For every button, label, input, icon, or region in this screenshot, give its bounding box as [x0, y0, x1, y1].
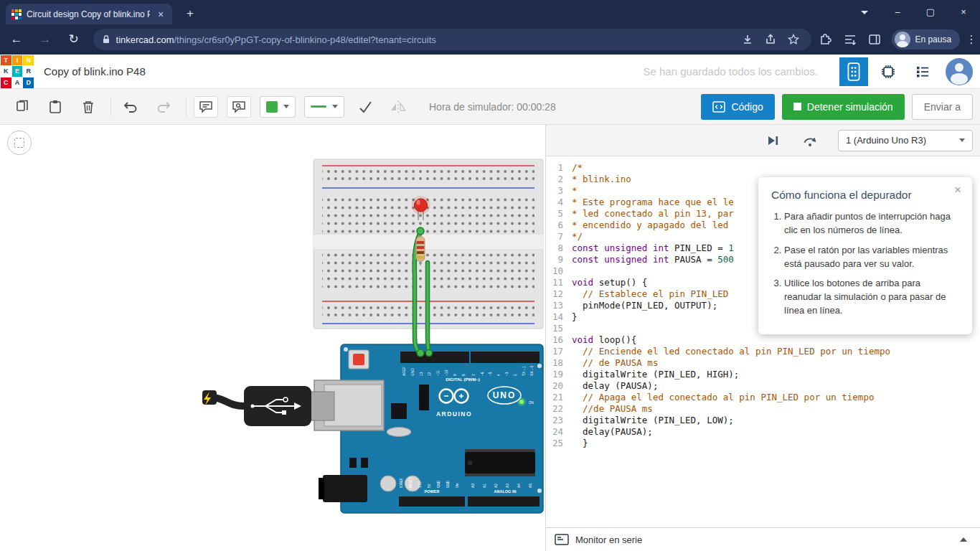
- code-text[interactable]: * Este programa hace que el le: [572, 197, 734, 208]
- code-text[interactable]: // de PAUSA ms: [572, 357, 658, 369]
- usb-cable[interactable]: [202, 386, 334, 426]
- expand-icon[interactable]: [960, 537, 967, 542]
- color-dropdown[interactable]: [260, 96, 296, 118]
- back-button[interactable]: ←: [4, 27, 29, 52]
- components-panel-button[interactable]: [839, 57, 868, 86]
- bookmark-star-icon[interactable]: [784, 30, 803, 49]
- line-number[interactable]: 20: [546, 380, 572, 392]
- line-number[interactable]: 7: [546, 231, 572, 242]
- reload-button[interactable]: ↻: [62, 27, 86, 52]
- notes-icon[interactable]: [194, 96, 218, 118]
- code-text[interactable]: delay(PAUSA);: [572, 426, 653, 438]
- code-text[interactable]: // Enciende el led conectado al pin PIN_…: [572, 346, 890, 357]
- new-tab-button[interactable]: +: [181, 5, 199, 22]
- line-number[interactable]: 11: [546, 277, 572, 288]
- code-text[interactable]: const unsigned int PAUSA = 500: [572, 254, 734, 265]
- wire-type-dropdown[interactable]: [304, 96, 344, 118]
- code-text[interactable]: * led conectado al pin 13, par: [572, 208, 734, 220]
- chip-view-button[interactable]: [874, 57, 903, 86]
- forward-button[interactable]: →: [33, 27, 57, 52]
- line-number[interactable]: 5: [546, 208, 572, 220]
- reset-button[interactable]: [353, 354, 364, 365]
- design-title[interactable]: Copy of blink.ino P48: [44, 65, 146, 77]
- line-number[interactable]: 8: [546, 242, 572, 254]
- profile-chip[interactable]: En pausa: [892, 29, 960, 50]
- side-panel-icon[interactable]: [864, 29, 885, 50]
- browser-tab[interactable]: Circuit design Copy of blink.ino P48 ×: [6, 4, 172, 24]
- send-to-button[interactable]: Enviar a: [912, 94, 973, 120]
- code-text[interactable]: }: [572, 311, 578, 323]
- stop-simulation-button[interactable]: Detener simulación: [782, 94, 905, 120]
- code-text[interactable]: /*: [572, 162, 583, 174]
- user-avatar[interactable]: [946, 58, 973, 85]
- code-text[interactable]: // Apaga el led conectado al pin PIN_LED…: [572, 392, 874, 403]
- line-number[interactable]: 2: [546, 174, 572, 185]
- line-number[interactable]: 19: [546, 369, 572, 380]
- line-number[interactable]: 14: [546, 311, 572, 323]
- board-selector-dropdown[interactable]: 1 (Arduino Uno R3): [838, 130, 973, 151]
- line-number[interactable]: 6: [546, 220, 572, 231]
- inspect-icon[interactable]: [227, 96, 251, 118]
- tinkercad-logo[interactable]: TINKERCAD: [1, 55, 34, 88]
- wire-check-icon[interactable]: [353, 96, 377, 118]
- line-number[interactable]: 25: [546, 438, 572, 449]
- line-number[interactable]: 4: [546, 197, 572, 208]
- code-text[interactable]: void setup() {: [572, 277, 647, 288]
- list-view-button[interactable]: [908, 57, 937, 86]
- pin-label: ~10: [445, 370, 448, 376]
- tab-search-icon[interactable]: [861, 11, 868, 14]
- line-number[interactable]: 10: [546, 265, 572, 277]
- code-text[interactable]: //de PAUSA ms: [572, 403, 653, 415]
- mirror-icon[interactable]: [386, 96, 410, 118]
- code-text[interactable]: * blink.ino: [572, 174, 631, 185]
- code-text[interactable]: digitalWrite (PIN_LED, LOW);: [572, 415, 734, 426]
- tab-close-icon[interactable]: ×: [155, 9, 166, 20]
- line-number[interactable]: 23: [546, 415, 572, 426]
- paste-icon[interactable]: [43, 96, 67, 118]
- line-number[interactable]: 1: [546, 162, 572, 174]
- line-number[interactable]: 17: [546, 346, 572, 357]
- serial-monitor-bar[interactable]: Monitor en serie: [546, 527, 980, 551]
- step-over-button[interactable]: [801, 131, 819, 150]
- code-text[interactable]: * encendido y apagado del led: [572, 220, 728, 231]
- code-text[interactable]: const unsigned int PIN_LED = 1: [572, 242, 734, 254]
- copy-icon[interactable]: [10, 96, 34, 118]
- code-button[interactable]: Código: [701, 94, 774, 120]
- browser-menu-icon[interactable]: ⋮: [963, 33, 980, 46]
- line-number[interactable]: 22: [546, 403, 572, 415]
- close-icon[interactable]: ×: [951, 183, 965, 197]
- redo-icon[interactable]: [151, 96, 176, 118]
- resume-button[interactable]: [763, 131, 782, 150]
- extensions-puzzle-icon[interactable]: [816, 29, 836, 50]
- code-text[interactable]: pinMode(PIN_LED, OUTPUT);: [572, 300, 717, 311]
- code-text[interactable]: */: [572, 231, 583, 242]
- line-number[interactable]: 24: [546, 426, 572, 438]
- code-text[interactable]: void loop(){: [572, 334, 636, 346]
- line-number[interactable]: 18: [546, 357, 572, 369]
- zoom-to-fit-button[interactable]: [7, 131, 32, 155]
- download-done-icon[interactable]: [738, 30, 757, 49]
- minimize-button[interactable]: –: [881, 0, 914, 24]
- code-text[interactable]: }: [572, 438, 588, 449]
- reading-list-icon[interactable]: [840, 29, 860, 50]
- code-text[interactable]: digitalWrite (PIN_LED, HIGH);: [572, 369, 739, 380]
- line-number[interactable]: 15: [546, 323, 572, 334]
- url-bar[interactable]: tinkercad.com/things/cr6sr0yPpGT-copy-of…: [93, 29, 812, 50]
- code-text[interactable]: *: [572, 185, 578, 197]
- undo-icon[interactable]: [118, 96, 143, 118]
- close-button[interactable]: ×: [947, 0, 980, 24]
- arduino-uno[interactable]: UNO ARDUINO DIGITAL (PWM~) POWER ANALOG …: [314, 344, 543, 513]
- share-icon[interactable]: [761, 30, 780, 49]
- line-number[interactable]: 3: [546, 185, 572, 197]
- line-number[interactable]: 12: [546, 288, 572, 300]
- maximize-button[interactable]: ▢: [914, 0, 947, 24]
- line-number[interactable]: 16: [546, 334, 572, 346]
- code-text[interactable]: delay (PAUSA);: [572, 380, 658, 392]
- line-number[interactable]: 21: [546, 392, 572, 403]
- delete-icon[interactable]: [76, 96, 100, 118]
- circuit-canvas[interactable]: UNO ARDUINO DIGITAL (PWM~) POWER ANALOG …: [0, 125, 545, 551]
- code-text[interactable]: // Establece el pin PIN_LED: [572, 288, 728, 300]
- line-number[interactable]: 9: [546, 254, 572, 265]
- resistor[interactable]: [416, 232, 425, 265]
- line-number[interactable]: 13: [546, 300, 572, 311]
